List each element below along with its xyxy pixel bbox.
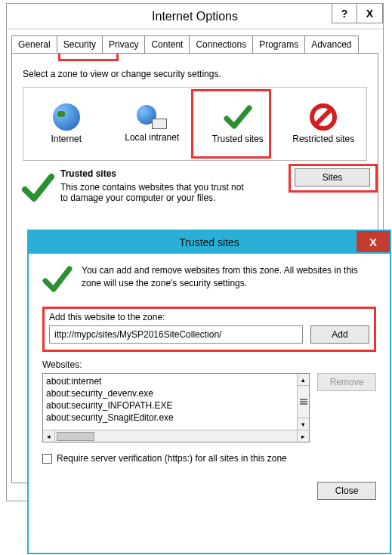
scroll-up-icon[interactable]: ▴ [298, 374, 309, 386]
require-https-row: Require server verification (https:) for… [42, 453, 376, 464]
tab-programs[interactable]: Programs [252, 35, 305, 53]
io-titlebar: Internet Options ? X [7, 4, 383, 29]
tab-advanced[interactable]: Advanced [304, 35, 358, 53]
tab-general[interactable]: General [11, 35, 57, 53]
globe-icon [53, 103, 80, 131]
scroll-right-icon[interactable]: ▸ [297, 430, 309, 442]
sites-button[interactable]: Sites [295, 168, 370, 187]
help-button[interactable]: ? [332, 4, 357, 23]
scroll-down-icon[interactable]: ▾ [298, 418, 309, 430]
io-title: Internet Options [152, 10, 238, 23]
websites-listbox[interactable]: about:internet about:security_devenv.exe… [42, 373, 310, 442]
close-button[interactable]: X [357, 4, 383, 23]
zones-list: Internet Local intranet Trusted sites Re… [23, 87, 367, 161]
tab-security[interactable]: Security [57, 35, 103, 53]
tab-privacy[interactable]: Privacy [102, 35, 145, 53]
checkmark-icon [21, 171, 54, 203]
add-button[interactable]: Add [310, 325, 369, 344]
tab-content[interactable]: Content [144, 35, 190, 53]
zone-desc-title: Trusted sites [60, 168, 249, 179]
highlight-add-website: Add this website to the zone: Add [42, 307, 376, 352]
list-item[interactable]: about:security_INFOPATH.EXE [46, 399, 306, 412]
zone-internet[interactable]: Internet [26, 103, 107, 144]
restricted-icon [310, 103, 337, 131]
io-tabs: General Security Privacy Content Connect… [7, 35, 383, 53]
zone-local-intranet[interactable]: Local intranet [111, 105, 193, 143]
zone-prompt: Select a zone to view or change security… [23, 69, 367, 79]
tab-connections[interactable]: Connections [189, 35, 253, 53]
ts-close-button[interactable]: X [357, 231, 390, 252]
zone-desc-body: This zone contains websites that you tru… [60, 182, 249, 203]
close-dialog-button[interactable]: Close [317, 482, 376, 500]
websites-label: Websites: [42, 359, 376, 370]
checkmark-icon [224, 103, 252, 131]
horizontal-scrollbar[interactable]: ◂ ▸ [43, 430, 309, 442]
trusted-sites-dialog: Trusted sites X You can add and remove w… [27, 230, 391, 554]
ts-titlebar: Trusted sites X [29, 231, 390, 254]
scroll-thumb[interactable] [299, 399, 308, 405]
zone-restricted-sites[interactable]: Restricted sites [282, 103, 364, 144]
list-item[interactable]: about:security_SnagitEditor.exe [46, 412, 306, 424]
vertical-scrollbar[interactable]: ▴ ▾ [297, 374, 309, 430]
remove-button[interactable]: Remove [317, 373, 376, 391]
checkmark-icon [42, 264, 73, 293]
zone-trusted-sites[interactable]: Trusted sites [197, 103, 279, 144]
list-item[interactable]: about:internet [46, 375, 306, 387]
ts-body: You can add and remove websites from thi… [29, 254, 390, 510]
scroll-thumb[interactable] [57, 432, 94, 441]
ts-description-row: You can add and remove websites from thi… [42, 264, 376, 293]
require-https-checkbox[interactable] [42, 454, 52, 464]
ts-description: You can add and remove websites from thi… [82, 264, 376, 293]
add-website-input[interactable] [49, 325, 303, 344]
intranet-icon [137, 105, 167, 129]
io-title-buttons: ? X [332, 4, 383, 23]
add-website-label: Add this website to the zone: [49, 312, 369, 322]
ts-title: Trusted sites [179, 236, 239, 248]
list-item[interactable]: about:security_devenv.exe [46, 387, 306, 399]
require-https-label: Require server verification (https:) for… [57, 453, 287, 464]
zone-description: Trusted sites This zone contains website… [20, 168, 295, 203]
zone-description-row: Trusted sites This zone contains website… [20, 168, 370, 203]
scroll-left-icon[interactable]: ◂ [43, 430, 55, 442]
